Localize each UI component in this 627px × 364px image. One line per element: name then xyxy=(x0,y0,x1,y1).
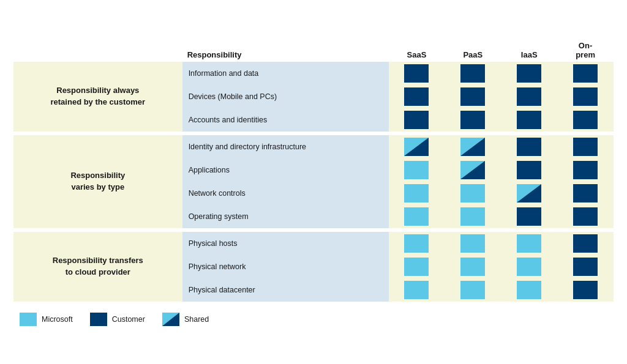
microsoft-box xyxy=(460,207,485,226)
responsibility-name: Identity and directory infrastructure xyxy=(182,135,389,158)
header-iaas: IaaS xyxy=(501,39,557,62)
responsibility-name: Physical hosts xyxy=(182,232,389,255)
customer-box xyxy=(517,111,541,129)
legend-customer: Customer xyxy=(90,313,145,326)
table-row: Responsibilityvaries by typeIdentity and… xyxy=(13,135,614,158)
customer-box xyxy=(573,161,598,179)
microsoft-box xyxy=(460,184,485,202)
chart-container: Responsibility SaaS PaaS IaaS On-prem Re… xyxy=(7,26,620,338)
customer-box xyxy=(573,281,598,299)
customer-box xyxy=(517,64,541,83)
table-row: Responsibility transfersto cloud provide… xyxy=(13,232,614,255)
customer-box xyxy=(517,138,541,156)
legend-microsoft-label: Microsoft xyxy=(42,315,73,324)
category-cell: Responsibility alwaysretained by the cus… xyxy=(13,62,182,132)
customer-box xyxy=(404,64,429,83)
microsoft-box xyxy=(404,281,429,299)
microsoft-icon xyxy=(20,313,37,326)
microsoft-box xyxy=(404,234,429,253)
microsoft-box xyxy=(404,258,429,276)
legend-microsoft: Microsoft xyxy=(20,313,73,326)
customer-box xyxy=(573,207,598,226)
header-responsibility-col: Responsibility xyxy=(182,39,389,62)
header-onprem: On-prem xyxy=(557,39,614,62)
customer-box xyxy=(404,87,429,106)
customer-box xyxy=(573,184,598,202)
customer-box xyxy=(573,258,598,276)
category-cell: Responsibility transfersto cloud provide… xyxy=(13,232,182,302)
customer-box xyxy=(573,234,598,253)
responsibility-name: Network controls xyxy=(182,182,389,205)
responsibility-name: Operating system xyxy=(182,205,389,228)
header-category-col xyxy=(13,39,182,62)
microsoft-box xyxy=(517,258,541,276)
microsoft-box xyxy=(460,258,485,276)
microsoft-box xyxy=(460,281,485,299)
table-row: Responsibility alwaysretained by the cus… xyxy=(13,62,614,85)
header-paas: PaaS xyxy=(445,39,501,62)
customer-box xyxy=(517,207,541,226)
customer-box xyxy=(573,87,598,106)
responsibility-name: Physical datacenter xyxy=(182,278,389,302)
customer-box xyxy=(517,87,541,106)
header-saas: SaaS xyxy=(389,39,445,62)
customer-box xyxy=(404,111,429,129)
customer-box xyxy=(460,64,485,83)
customer-box xyxy=(460,87,485,106)
customer-box xyxy=(573,64,598,83)
microsoft-box xyxy=(404,207,429,226)
legend: Microsoft Customer Shared xyxy=(13,313,614,326)
responsibility-table: Responsibility SaaS PaaS IaaS On-prem Re… xyxy=(13,39,614,302)
responsibility-name: Devices (Mobile and PCs) xyxy=(182,85,389,108)
shared-box xyxy=(517,184,541,202)
responsibility-name: Applications xyxy=(182,158,389,182)
legend-shared-label: Shared xyxy=(184,315,209,324)
customer-box xyxy=(517,161,541,179)
microsoft-box xyxy=(404,161,429,179)
shared-box xyxy=(404,138,429,156)
customer-box xyxy=(573,138,598,156)
responsibility-name: Information and data xyxy=(182,62,389,85)
microsoft-box xyxy=(517,234,541,253)
customer-box xyxy=(573,111,598,129)
legend-shared: Shared xyxy=(162,313,209,326)
responsibility-name: Accounts and identities xyxy=(182,108,389,132)
category-cell: Responsibilityvaries by type xyxy=(13,135,182,228)
microsoft-box xyxy=(517,281,541,299)
customer-icon xyxy=(90,313,107,326)
customer-box xyxy=(460,111,485,129)
shared-box xyxy=(460,138,485,156)
legend-customer-label: Customer xyxy=(112,315,145,324)
shared-box xyxy=(460,161,485,179)
responsibility-name: Physical network xyxy=(182,255,389,278)
shared-icon xyxy=(162,313,179,326)
microsoft-box xyxy=(404,184,429,202)
microsoft-box xyxy=(460,234,485,253)
